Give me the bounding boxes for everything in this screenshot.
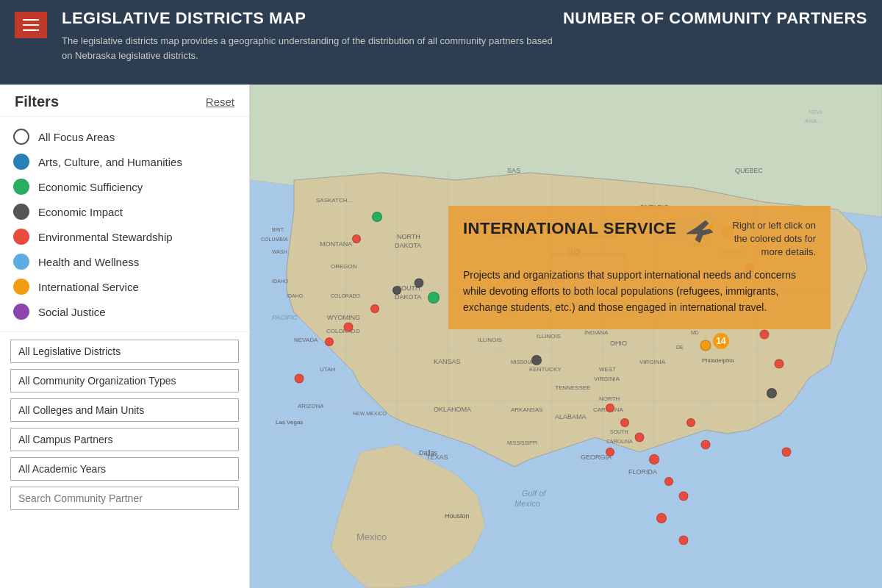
- focus-area-label: Arts, Culture, and Humanities: [38, 156, 182, 168]
- org-types-select[interactable]: All Community Organization Types: [10, 369, 239, 392]
- map-dot[interactable]: [767, 388, 777, 398]
- svg-text:PACIFIC: PACIFIC: [272, 314, 298, 321]
- svg-text:Philadelphia: Philadelphia: [702, 357, 734, 364]
- focus-dot-health: [13, 254, 29, 270]
- focus-dot-economic-suf: [13, 179, 29, 195]
- focus-area-list: All Focus Areas Arts, Culture, and Human…: [0, 117, 249, 332]
- map-dot[interactable]: [606, 448, 614, 456]
- reset-button[interactable]: Reset: [206, 96, 234, 108]
- focus-area-item[interactable]: Economic Impact: [10, 199, 239, 224]
- svg-text:ARKANSAS: ARKANSAS: [511, 406, 543, 413]
- plane-icon: [685, 219, 714, 250]
- campus-partners-select[interactable]: All Campus Partners: [10, 428, 239, 451]
- tooltip-hint: Right or left click on the colored dots …: [728, 219, 816, 259]
- colleges-select[interactable]: All Colleges and Main Units: [10, 398, 239, 422]
- svg-text:ANA...: ANA...: [805, 118, 822, 124]
- svg-text:Houston: Houston: [445, 512, 470, 520]
- academic-years-select[interactable]: All Academic Years: [10, 457, 239, 481]
- svg-text:UTAH: UTAH: [320, 366, 335, 373]
- tooltip-header: INTERNATIONAL SERVICE Right or left clic…: [463, 219, 816, 259]
- svg-text:NEVADA: NEVADA: [294, 337, 318, 343]
- map-dot[interactable]: [686, 418, 695, 427]
- map-dot[interactable]: [656, 513, 667, 523]
- map-dot[interactable]: [760, 330, 770, 340]
- svg-text:MONTANA: MONTANA: [320, 240, 352, 248]
- svg-text:COLORADO: COLORADO: [326, 328, 360, 334]
- focus-dot-intl: [13, 279, 29, 295]
- svg-text:FLORIDA: FLORIDA: [628, 468, 657, 476]
- map-dot[interactable]: [664, 477, 673, 486]
- focus-area-item[interactable]: Environmental Stewardship: [10, 224, 239, 249]
- focus-area-item[interactable]: Social Justice: [10, 299, 239, 324]
- sidebar-header: Filters Reset: [0, 85, 249, 117]
- svg-text:Las Vegas: Las Vegas: [276, 419, 303, 426]
- header-description: The legislative districts map provides a…: [62, 34, 562, 62]
- focus-area-label: Environmental Stewardship: [38, 231, 173, 243]
- svg-text:DAKOTA: DAKOTA: [395, 242, 421, 249]
- svg-text:NORTH: NORTH: [599, 395, 620, 402]
- map-dot[interactable]: [775, 359, 784, 369]
- map-dot[interactable]: [701, 440, 711, 450]
- header-title-row: LEGISLATIVE DISTRICTS MAP NUMBER OF COMM…: [62, 9, 867, 28]
- svg-text:OHIO: OHIO: [610, 340, 627, 347]
- map-svg: Gulf of Mexico PACIFIC MONTANA NORTH DAK…: [250, 85, 882, 588]
- svg-text:ILLINOIS: ILLINOIS: [537, 333, 561, 340]
- focus-area-item[interactable]: Economic Sufficiency: [10, 174, 239, 199]
- map-dot[interactable]: [352, 234, 361, 243]
- legislative-districts-select[interactable]: All Legislative Districts: [10, 340, 239, 363]
- svg-text:SAS: SAS: [507, 167, 520, 174]
- map-dot[interactable]: [679, 536, 689, 545]
- focus-area-item[interactable]: All Focus Areas: [10, 124, 239, 149]
- sidebar: Filters Reset All Focus Areas Arts, Cult…: [0, 85, 250, 588]
- map-dot[interactable]: [325, 337, 334, 346]
- map-dot[interactable]: [370, 304, 379, 313]
- svg-text:DE: DE: [676, 345, 684, 350]
- svg-text:VIRGINIA: VIRGINIA: [594, 376, 620, 382]
- map-dot[interactable]: [415, 279, 424, 288]
- map-dot[interactable]: [700, 340, 711, 351]
- filters-title: Filters: [15, 93, 59, 110]
- tooltip-title: INTERNATIONAL SERVICE: [463, 219, 676, 238]
- svg-text:TENNESSEE: TENNESSEE: [555, 384, 590, 391]
- map-dot[interactable]: [344, 323, 354, 332]
- focus-area-label: Economic Impact: [38, 206, 123, 218]
- dropdowns-section: All Legislative Districts All Community …: [0, 332, 249, 517]
- menu-button[interactable]: [15, 12, 47, 38]
- map-dot[interactable]: [782, 448, 792, 457]
- svg-text:IDAHO: IDAHO: [287, 293, 304, 298]
- map-dot[interactable]: [679, 492, 689, 501]
- svg-text:ALABAMA: ALABAMA: [555, 413, 587, 420]
- header-main-title: LEGISLATIVE DISTRICTS MAP: [62, 9, 306, 28]
- map-dot[interactable]: [392, 286, 401, 295]
- map-dot[interactable]: [635, 433, 645, 442]
- map-dot[interactable]: [295, 374, 304, 384]
- map-dot[interactable]: [606, 404, 614, 412]
- focus-area-item[interactable]: Arts, Culture, and Humanities: [10, 149, 239, 174]
- focus-dot-all: [13, 129, 29, 145]
- focus-area-item[interactable]: Health and Wellness: [10, 249, 239, 274]
- focus-area-label: Social Justice: [38, 306, 106, 318]
- map-dot[interactable]: [620, 418, 629, 427]
- menu-line-3: [23, 29, 39, 31]
- menu-line-2: [23, 24, 39, 26]
- focus-area-label: Health and Wellness: [38, 256, 139, 268]
- focus-area-item[interactable]: International Service: [10, 274, 239, 299]
- svg-text:DAKOTA: DAKOTA: [395, 293, 421, 301]
- map-dot[interactable]: [531, 355, 542, 365]
- map-tooltip: INTERNATIONAL SERVICE Right or left clic…: [448, 206, 831, 329]
- map-dot[interactable]: [428, 292, 440, 304]
- svg-text:IDAHO: IDAHO: [272, 279, 289, 284]
- svg-text:Mexico: Mexico: [356, 531, 387, 542]
- svg-text:MISSISSIPPI: MISSISSIPPI: [507, 440, 538, 445]
- svg-text:NEW: NEW: [808, 109, 822, 115]
- svg-text:NEW MEXICO: NEW MEXICO: [353, 411, 387, 416]
- map-dot[interactable]: [372, 212, 382, 222]
- svg-text:NORTH: NORTH: [397, 233, 420, 240]
- focus-dot-arts: [13, 154, 29, 170]
- map-dot[interactable]: [649, 454, 659, 465]
- svg-text:Dallas: Dallas: [419, 449, 438, 456]
- tooltip-body: Projects and organizations that support …: [463, 267, 816, 316]
- search-input[interactable]: [10, 487, 239, 510]
- focus-area-label: All Focus Areas: [38, 131, 115, 143]
- svg-text:KENTUCKY: KENTUCKY: [529, 366, 562, 373]
